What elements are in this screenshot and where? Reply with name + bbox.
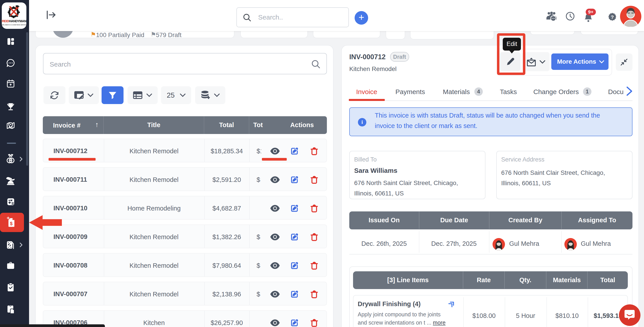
svg-text:?: ? [611,14,614,20]
svg-text:$: $ [10,221,13,226]
